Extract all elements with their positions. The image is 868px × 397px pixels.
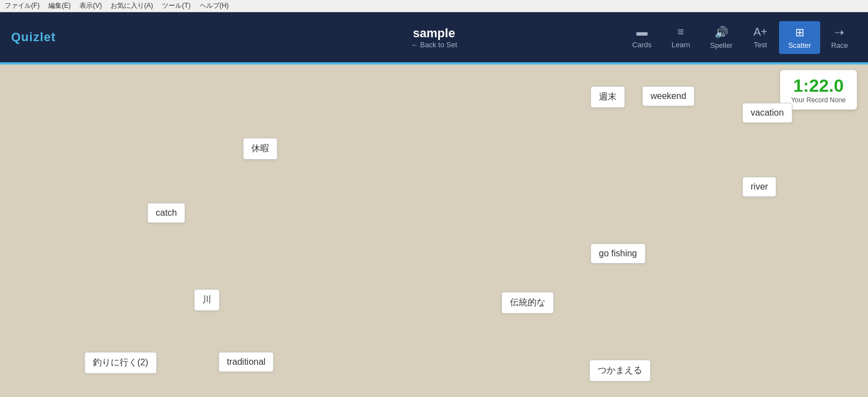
word-card[interactable]: go fishing [591,244,646,264]
tab-speller[interactable]: 🔊 Speller [701,21,741,54]
word-card[interactable]: vacation [742,103,792,123]
timer-value: 1:22.0 [791,76,846,96]
tab-learn-label: Learn [672,41,690,49]
scatter-icon: ⊞ [795,26,805,39]
menu-edit[interactable]: 編集(E) [48,1,71,11]
speller-icon: 🔊 [715,26,728,39]
word-card[interactable]: 川 [194,289,220,311]
tab-cards[interactable]: ▬ Cards [623,21,661,53]
word-card[interactable]: 週末 [591,86,625,108]
word-card[interactable]: weekend [642,86,695,106]
race-icon: ⇢ [835,26,844,39]
word-card[interactable]: 釣りに行く(2) [85,352,157,374]
word-card[interactable]: traditional [219,352,274,372]
tab-race[interactable]: ⇢ Race [822,21,857,54]
nav-bar: Quizlet sample ← Back to Set ▬ Cards ≡ L… [0,12,868,62]
word-card[interactable]: river [742,177,776,197]
menu-file[interactable]: ファイル(F) [4,1,39,11]
nav-tabs: ▬ Cards ≡ Learn 🔊 Speller A+ Test ⊞ Scat… [623,21,857,54]
learn-icon: ≡ [678,26,685,38]
tab-cards-label: Cards [632,41,652,49]
timer-record: Your Record None [791,96,846,104]
tab-learn[interactable]: ≡ Learn [663,21,699,53]
game-area: 1:22.0 Your Record None 週末weekendvacatio… [0,64,868,397]
menu-bar: ファイル(F) 編集(E) 表示(V) お気に入り(A) ツール(T) ヘルプ(… [0,0,868,12]
logo: Quizlet [11,30,56,44]
menu-help[interactable]: ヘルプ(H) [200,1,229,11]
tab-test-label: Test [754,41,767,49]
tab-race-label: Race [831,41,848,49]
tab-test[interactable]: A+ Test [743,21,777,53]
word-card[interactable]: 伝統的な [502,292,554,314]
tab-speller-label: Speller [710,41,732,49]
word-card[interactable]: 休暇 [243,138,277,160]
tab-scatter[interactable]: ⊞ Scatter [779,21,820,54]
tab-scatter-label: Scatter [788,41,811,49]
test-icon: A+ [753,26,767,38]
word-card[interactable]: catch [147,203,185,223]
set-info: sample ← Back to Set [411,26,457,49]
menu-view[interactable]: 表示(V) [80,1,102,11]
menu-favorites[interactable]: お気に入り(A) [111,1,153,11]
back-to-set-link[interactable]: ← Back to Set [411,41,457,49]
menu-tools[interactable]: ツール(T) [162,1,190,11]
set-title: sample [411,26,457,41]
word-card[interactable]: つかまえる [589,360,651,381]
cards-icon: ▬ [636,26,647,38]
